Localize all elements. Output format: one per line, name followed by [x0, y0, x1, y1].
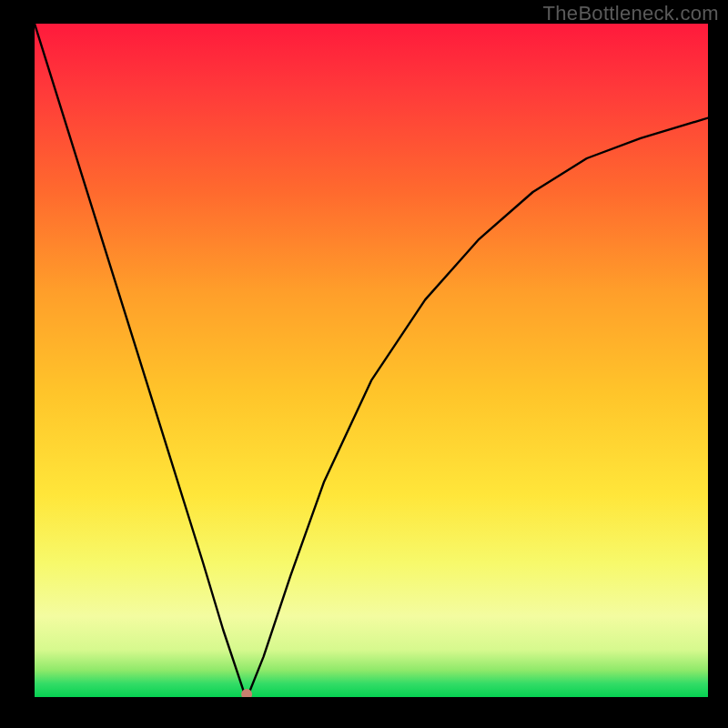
plot-area: [35, 24, 708, 697]
watermark-text: TheBottleneck.com: [543, 2, 719, 25]
chart-frame: TheBottleneck.com: [0, 0, 728, 728]
heatmap-gradient-bg: [35, 24, 708, 697]
